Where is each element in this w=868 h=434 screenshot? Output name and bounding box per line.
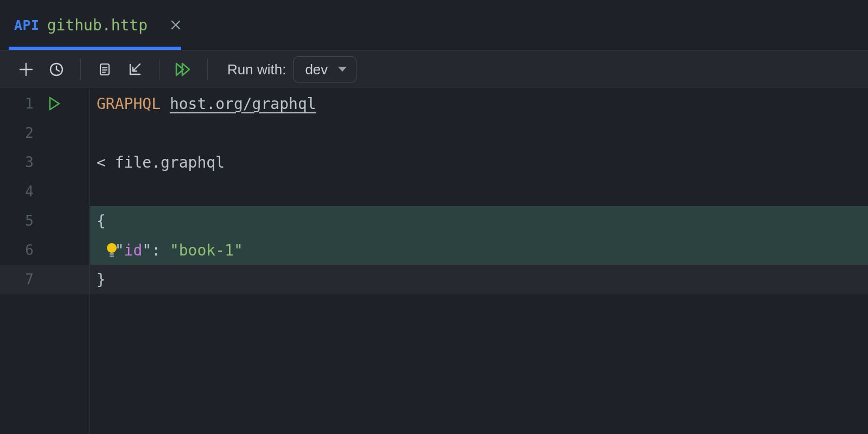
examples-button[interactable] <box>90 54 120 85</box>
lightbulb-icon <box>105 242 118 258</box>
line-number: 5 <box>0 213 39 229</box>
include-directive: < file.graphql <box>97 154 225 171</box>
close-icon[interactable] <box>170 20 181 30</box>
editor-toolbar: Run with: dev <box>0 50 868 89</box>
active-tab-indicator <box>9 47 181 50</box>
line-number: 4 <box>0 183 39 200</box>
code-line[interactable] <box>90 177 868 206</box>
json-key: id <box>124 241 143 259</box>
editor: 1 2 3 4 5 6 7 GRAPHQL host.org/graphql <… <box>0 89 868 434</box>
toolbar-separator <box>207 59 208 80</box>
import-icon <box>127 61 143 78</box>
http-method: GRAPHQL <box>97 95 161 113</box>
import-button[interactable] <box>120 54 150 85</box>
tab-github-http[interactable]: API github.http <box>9 0 192 50</box>
gutter-line[interactable]: 2 <box>0 118 90 148</box>
gutter-line[interactable]: 7 <box>0 265 90 294</box>
line-number: 1 <box>0 95 39 112</box>
document-icon <box>97 62 112 77</box>
code-line[interactable]: } <box>90 265 868 294</box>
intention-bulb-button[interactable] <box>105 242 118 258</box>
chevron-down-icon <box>337 66 347 73</box>
run-all-icon <box>175 61 192 78</box>
brace-close: } <box>97 271 106 289</box>
code-line[interactable]: { <box>90 206 868 235</box>
run-with-label: Run with: <box>227 61 286 78</box>
history-button[interactable] <box>41 54 72 85</box>
line-number: 7 <box>0 271 39 288</box>
code-line[interactable]: "id": "book-1" <box>90 235 868 265</box>
environment-select[interactable]: dev <box>293 56 356 82</box>
history-icon <box>48 61 65 78</box>
svg-rect-4 <box>110 256 114 257</box>
api-icon: API <box>14 17 40 33</box>
play-icon <box>47 96 62 111</box>
gutter: 1 2 3 4 5 6 7 <box>0 89 90 434</box>
toolbar-separator <box>80 59 81 80</box>
line-number: 3 <box>0 154 39 170</box>
code-line[interactable] <box>90 118 868 148</box>
request-url: host.org/graphql <box>170 95 316 113</box>
code-area[interactable]: GRAPHQL host.org/graphql < file.graphql … <box>90 89 868 434</box>
gutter-line[interactable]: 6 <box>0 235 90 265</box>
toolbar-separator <box>159 59 159 80</box>
run-line-button[interactable] <box>47 96 62 111</box>
json-value: "book-1" <box>170 241 243 259</box>
tab-filename: github.http <box>47 16 148 34</box>
tab-bar: API github.http <box>0 0 868 50</box>
environment-value: dev <box>305 61 328 78</box>
run-all-button[interactable] <box>168 54 199 85</box>
add-request-button[interactable] <box>11 54 41 85</box>
brace-open: { <box>97 212 106 230</box>
line-number: 6 <box>0 242 39 258</box>
gutter-line[interactable]: 4 <box>0 177 90 206</box>
gutter-line[interactable]: 5 <box>0 206 90 235</box>
code-line[interactable]: < file.graphql <box>90 148 868 177</box>
code-line[interactable]: GRAPHQL host.org/graphql <box>90 89 868 118</box>
svg-point-2 <box>107 243 117 253</box>
json-quote: " <box>142 241 151 259</box>
gutter-line[interactable]: 3 <box>0 148 90 177</box>
json-colon: : <box>151 241 170 259</box>
svg-rect-3 <box>110 253 114 255</box>
plus-icon <box>18 61 34 78</box>
line-number: 2 <box>0 125 39 141</box>
gutter-line[interactable]: 1 <box>0 89 90 118</box>
